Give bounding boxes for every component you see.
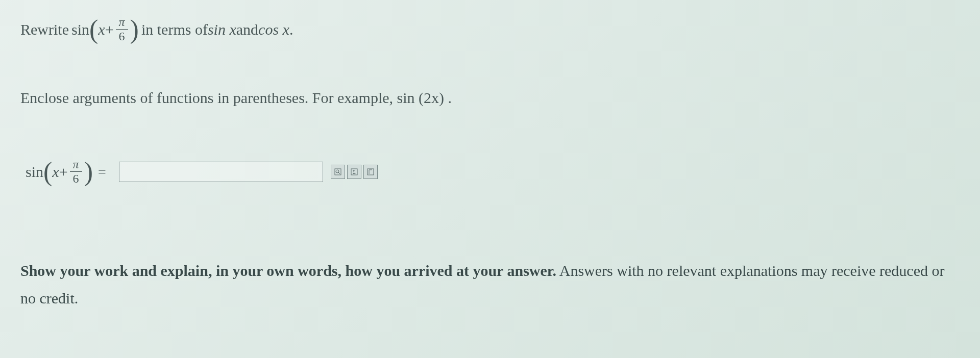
hint-line: Enclose arguments of functions in parent… [20, 89, 960, 107]
denominator: 6 [116, 30, 128, 43]
problem-prefix: Rewrite [20, 21, 69, 38]
hint-text: Enclose arguments of functions in parent… [20, 89, 397, 106]
answer-fraction: π 6 [70, 158, 82, 186]
problem-statement-line1: Rewrite sin ( x + π 6 ) in terms of sin … [20, 15, 960, 43]
instructions-bold: Show your work and explain, in your own … [20, 262, 556, 279]
help-icon[interactable] [363, 165, 378, 179]
left-paren: ( [89, 19, 98, 40]
variable-x: x [98, 21, 105, 38]
plus-op: + [105, 21, 114, 38]
hint-example: sin (2x) [397, 89, 445, 106]
answer-plus: + [59, 163, 68, 181]
right-paren: ) [130, 19, 139, 40]
answer-num: π [70, 158, 82, 172]
math-expression-1: sin ( x + π 6 ) [71, 15, 139, 43]
equals-sign: = [98, 164, 106, 180]
answer-label: sin ( x + π 6 ) = [26, 158, 111, 186]
period2: . [448, 89, 452, 106]
cosx-text: cos x [258, 21, 289, 38]
sinx-text: sin x [208, 21, 236, 38]
and-text: and [236, 21, 258, 38]
answer-input[interactable] [119, 162, 323, 182]
answer-lparen: ( [43, 161, 52, 183]
svg-text:Σ: Σ [353, 169, 356, 175]
answer-rparen: ) [84, 161, 93, 183]
instructions-text: Show your work and explain, in your own … [20, 257, 960, 312]
answer-sin: sin [26, 163, 43, 181]
answer-row: sin ( x + π 6 ) = Σ [26, 158, 960, 186]
sin-function: sin [71, 21, 89, 38]
period1: . [289, 21, 293, 38]
problem-suffix1: in terms of [141, 21, 208, 38]
svg-line-2 [338, 172, 340, 174]
answer-var-x: x [52, 163, 59, 181]
preview-icon[interactable] [331, 165, 345, 179]
answer-den: 6 [70, 172, 82, 186]
fraction-pi-6: π 6 [116, 15, 128, 43]
sigma-icon[interactable]: Σ [347, 165, 361, 179]
numerator: π [116, 15, 128, 30]
tool-icons: Σ [331, 165, 378, 179]
